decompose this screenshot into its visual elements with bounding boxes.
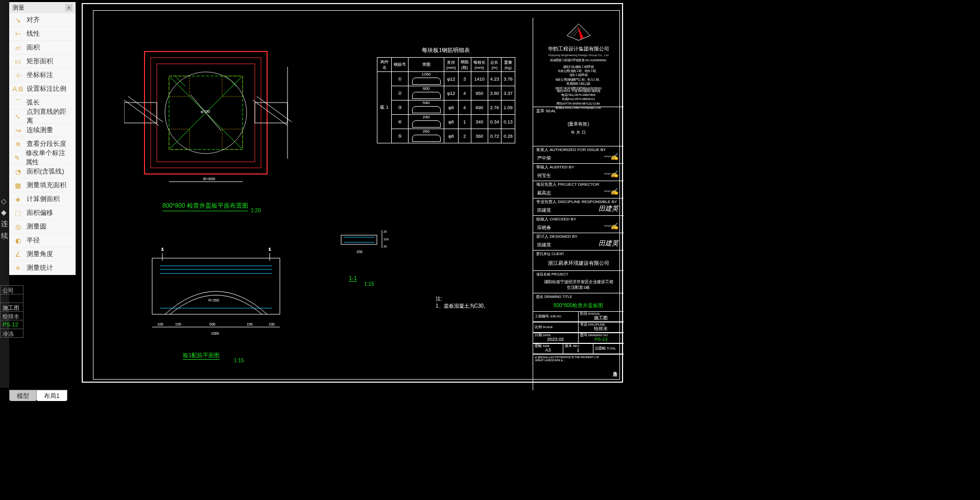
measure-icon: ∠ [13, 249, 22, 259]
measure-icon: ◐ [13, 236, 22, 245]
svg-text:150: 150 [175, 322, 181, 326]
svg-text:25: 25 [384, 230, 387, 233]
sheet-inner: B=800 φ700 800*800 检查井盖板平面布置图 1:20 [93, 10, 620, 380]
svg-text:150: 150 [247, 322, 253, 326]
measure-item-对齐[interactable]: ↘对齐 [9, 13, 76, 27]
svg-text:100: 100 [269, 322, 275, 326]
measure-icon: ◈ [13, 194, 22, 204]
tab-模型[interactable]: 模型 [9, 390, 37, 401]
measure-item-线性[interactable]: ⊢线性 [9, 27, 76, 41]
measure-item-连续测量[interactable]: ↝连续测量 [9, 123, 76, 137]
section-view-scale: 1:15 [234, 358, 244, 363]
measure-item-面积(含弧线)[interactable]: ◔面积(含弧线) [9, 165, 76, 179]
section-view-drawing: 100 150 500 150 100 1000 R=350 1 1 [142, 238, 300, 340]
detail-1-1-drawing: 25 150 25 250 [339, 225, 390, 256]
steel-schedule-table: 每块板1钢筋明细表 构件名钢筋号简图直径(mm)钢筋(根)每根长(mm)总长(m… [377, 46, 515, 143]
svg-line-14 [257, 96, 292, 122]
svg-text:1: 1 [161, 247, 164, 252]
drawing-title-block: 华韵工程设计集团有限公司 Huayang Engineering Design … [533, 18, 624, 390]
measure-item-矩形面积[interactable]: ▭矩形面积 [9, 55, 76, 68]
measure-icon: ⌒ [13, 98, 22, 107]
measure-icon: ⤡ [13, 112, 22, 121]
measure-icon: ◎ [13, 222, 22, 231]
plan-view-scale: 1:20 [251, 208, 260, 213]
measure-item-设置标注比例[interactable]: A:B设置标注比例 [9, 82, 76, 96]
svg-text:1: 1 [269, 247, 271, 252]
measure-item-坐标标注[interactable]: ⊹坐标标注 [9, 68, 76, 82]
measure-item-测量圆[interactable]: ◎测量圆 [9, 220, 76, 234]
layout-tabs: 模型布局1 [9, 390, 67, 401]
model-viewport[interactable]: B=800 φ700 800*800 检查井盖板平面布置图 1:20 [77, 0, 980, 388]
left-titleblock-fragment: 公司施工图给排水PS-12冷冻 [0, 286, 23, 338]
svg-line-13 [253, 100, 288, 126]
close-icon[interactable]: × [65, 4, 73, 11]
detail-1-1-scale: 1:15 [364, 281, 374, 287]
svg-text:B=800: B=800 [203, 177, 216, 181]
svg-rect-10 [255, 103, 288, 123]
measure-item-面积[interactable]: ▱面积 [9, 41, 76, 55]
company-logo [533, 18, 624, 44]
measure-icon: ▱ [13, 43, 22, 52]
svg-text:R=350: R=350 [208, 298, 219, 302]
command-area[interactable] [0, 401, 980, 500]
measure-icon: ✎ [13, 153, 21, 162]
measure-item-面积偏移[interactable]: ⬚面积偏移 [9, 206, 76, 220]
measure-item-半径[interactable]: ◐半径 [9, 234, 76, 247]
section-view-title: 板1配筋平面图 [183, 352, 220, 360]
table-title: 每块板1钢筋明细表 [377, 46, 515, 54]
measure-icon: ◔ [13, 167, 22, 176]
measure-icon: ⊹ [13, 70, 22, 80]
measure-icon: ⊢ [13, 29, 22, 38]
measure-icon: ↝ [13, 126, 22, 135]
measure-item-点到直线的距离[interactable]: ⤡点到直线的距离 [9, 110, 76, 123]
svg-text:φ700: φ700 [201, 109, 210, 114]
detail-1-1-title: 1-1 [349, 275, 357, 282]
svg-text:500: 500 [209, 322, 216, 326]
svg-text:100: 100 [157, 322, 163, 326]
svg-line-12 [128, 96, 163, 122]
measure-item-修改单个标注属性[interactable]: ✎修改单个标注属性 [9, 151, 76, 165]
svg-text:1000: 1000 [211, 332, 219, 335]
svg-line-11 [124, 100, 159, 126]
svg-rect-20 [152, 258, 280, 314]
measure-icon: ≡ [13, 263, 22, 272]
measure-icon: ≋ [13, 139, 22, 148]
plan-view-drawing: B=800 φ700 [124, 36, 308, 184]
measure-icon: ⬚ [13, 208, 22, 217]
drawing-notes: 注: 1、盖板混凝土为C30。 [436, 295, 489, 310]
svg-text:25: 25 [384, 245, 387, 248]
svg-text:250: 250 [356, 250, 363, 254]
measure-panel-header[interactable]: 测量 × [9, 2, 76, 13]
measure-item-测量角度[interactable]: ∠测量角度 [9, 247, 76, 261]
sheet-border: B=800 φ700 800*800 检查井盖板平面布置图 1:20 [82, 3, 623, 383]
measure-panel: 测量 × ↘对齐⊢线性▱面积▭矩形面积⊹坐标标注A:B设置标注比例⌒弧长⤡点到直… [9, 2, 76, 275]
measure-item-测量统计[interactable]: ≡测量统计 [9, 261, 76, 275]
measure-item-计算侧面积[interactable]: ◈计算侧面积 [9, 192, 76, 206]
plan-view-title: 800*800 检查井盖板平面布置图 [162, 202, 248, 211]
left-toolbar: ◇◆连续 [0, 194, 9, 244]
measure-icon: A:B [13, 84, 22, 93]
tab-布局1[interactable]: 布局1 [36, 390, 67, 401]
measure-icon: ↘ [13, 15, 22, 24]
measure-panel-title: 测量 [12, 4, 25, 12]
svg-rect-37 [341, 235, 377, 244]
measure-item-测量填充面积[interactable]: ▦测量填充面积 [9, 179, 76, 192]
measure-icon: ▭ [13, 57, 22, 66]
measure-icon: ▦ [13, 181, 22, 190]
svg-text:150: 150 [384, 238, 389, 241]
